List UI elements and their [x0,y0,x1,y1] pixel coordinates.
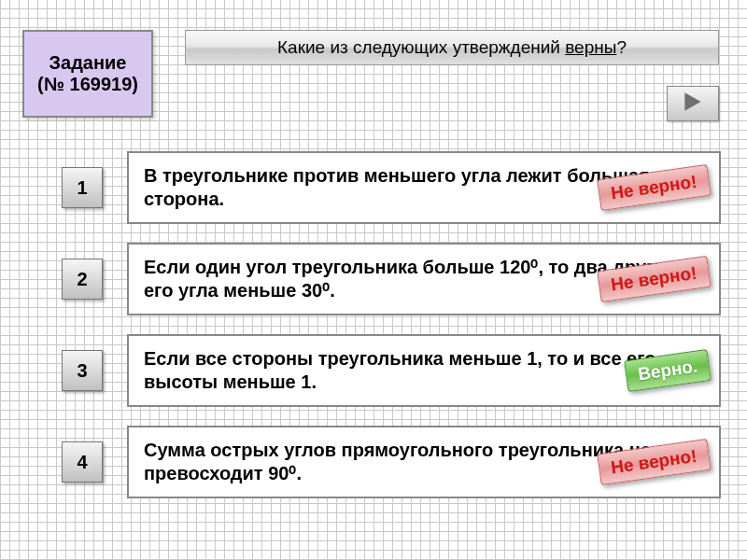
question-suffix: ? [616,37,627,57]
task-number: (№ 169919) [37,74,138,95]
task-box: Задание (№ 169919) [22,30,153,118]
answer-button-2[interactable]: 2 [62,259,103,300]
task-label: Задание [49,52,127,74]
question-underlined: верны [565,37,616,57]
answer-button-1[interactable]: 1 [62,167,103,208]
answer-button-4[interactable]: 4 [62,441,103,483]
next-button[interactable] [667,86,719,121]
answer-button-3[interactable]: 3 [62,350,103,391]
svg-marker-0 [684,92,700,111]
next-arrow-icon [681,90,705,118]
question-prefix: Какие из следующих утверждений [277,37,565,57]
question-bar: Какие из следующих утверждений верны? [185,30,719,65]
